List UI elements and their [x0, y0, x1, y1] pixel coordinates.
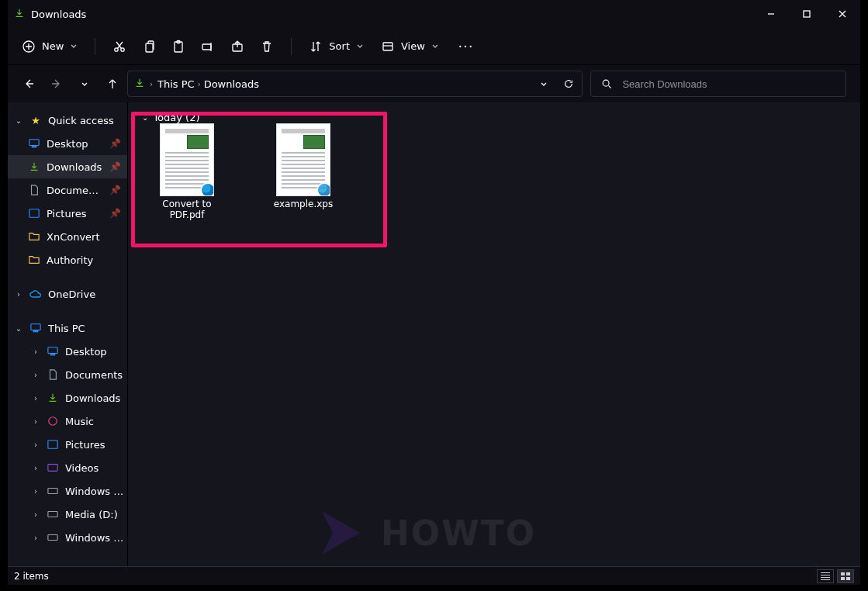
chevron-down-icon[interactable]: ⌄ — [14, 116, 23, 125]
minimize-button[interactable] — [753, 0, 789, 28]
file-name: Convert to PDF.pdf — [145, 199, 229, 220]
tree-section-quick-access[interactable]: ⌄ ★ Quick access — [8, 109, 127, 132]
history-dropdown-button[interactable] — [537, 77, 551, 91]
tree-item-pc-drive-c[interactable]: › Windows 11 (C — [8, 479, 127, 503]
tree-item-authority[interactable]: Authority — [8, 248, 127, 271]
tree-item-pc-music[interactable]: › Music — [8, 410, 127, 433]
chevron-right-icon[interactable]: › — [31, 534, 40, 542]
svg-point-11 — [465, 45, 466, 47]
breadcrumb: This PC › Downloads — [157, 78, 532, 90]
chevron-right-icon[interactable]: › — [31, 441, 40, 449]
svg-rect-18 — [33, 331, 37, 332]
breadcrumb-item[interactable]: Downloads — [204, 78, 259, 90]
svg-rect-16 — [29, 209, 39, 218]
tree-section-this-pc[interactable]: ⌄ This PC — [8, 316, 127, 340]
tree-item-pictures[interactable]: Pictures 📌 — [8, 202, 127, 225]
more-icon[interactable] — [456, 40, 475, 54]
drive-icon — [47, 485, 59, 497]
svg-rect-7 — [202, 44, 211, 50]
file-item[interactable]: Convert to PDF.pdf — [145, 124, 229, 220]
tree-item-pc-documents[interactable]: › Documents — [8, 363, 127, 386]
tree-item-pc-drive-d[interactable]: › Media (D:) — [8, 503, 127, 526]
view-button[interactable]: View — [381, 40, 439, 54]
pin-icon: 📌 — [109, 185, 121, 195]
desktop-icon — [47, 345, 59, 358]
svg-point-10 — [459, 45, 461, 47]
file-thumbnail — [277, 124, 330, 195]
music-icon — [47, 415, 59, 427]
chevron-right-icon[interactable]: › — [31, 417, 40, 426]
chevron-right-icon[interactable]: › — [31, 510, 40, 519]
svg-rect-25 — [48, 512, 57, 517]
tree-item-documents[interactable]: Documents 📌 — [8, 178, 127, 202]
delete-icon[interactable] — [260, 40, 274, 54]
content-pane[interactable]: ⌄ Today (2) Convert to PDF.pdf — [128, 102, 860, 566]
downloads-icon — [47, 392, 59, 404]
chevron-right-icon[interactable]: › — [31, 394, 40, 403]
up-button[interactable] — [105, 77, 119, 91]
address-bar[interactable]: › This PC › Downloads — [127, 71, 583, 97]
tree-item-pc-pictures[interactable]: › Pictures — [8, 433, 127, 456]
tree-item-desktop[interactable]: Desktop 📌 — [8, 132, 127, 155]
details-view-button[interactable] — [817, 569, 834, 583]
forward-button[interactable] — [50, 77, 64, 91]
chevron-right-icon[interactable]: › — [31, 464, 40, 472]
navigation-tree[interactable]: ⌄ ★ Quick access Desktop 📌 Downloads 📌 — [8, 102, 128, 566]
recent-locations-button[interactable] — [78, 77, 92, 91]
back-button[interactable] — [22, 77, 36, 91]
view-icon — [381, 40, 395, 54]
file-item[interactable]: example.xps — [261, 124, 345, 220]
paste-icon[interactable] — [171, 40, 185, 54]
tree-item-pc-drive-e[interactable]: › Windows 10 (E — [8, 526, 127, 549]
drive-icon — [47, 508, 59, 520]
svg-rect-14 — [29, 140, 39, 146]
svg-rect-15 — [32, 147, 36, 147]
chevron-right-icon[interactable]: › — [31, 487, 40, 496]
downloads-icon — [134, 78, 145, 91]
tree-item-pc-downloads[interactable]: › Downloads — [8, 386, 127, 410]
chevron-right-icon[interactable]: › — [31, 371, 40, 379]
svg-rect-19 — [48, 347, 57, 354]
rename-icon[interactable] — [201, 40, 215, 54]
tree-item-pc-videos[interactable]: › Videos — [8, 456, 127, 479]
chevron-down-icon — [431, 40, 439, 52]
sort-button[interactable]: Sort — [309, 40, 364, 54]
refresh-button[interactable] — [562, 77, 576, 91]
chevron-right-icon[interactable]: › — [31, 347, 40, 356]
file-thumbnail — [161, 124, 213, 195]
svg-rect-0 — [804, 11, 810, 17]
edge-badge-icon — [200, 182, 213, 195]
tree-item-pc-desktop[interactable]: › Desktop — [8, 340, 127, 363]
maximize-button[interactable] — [789, 0, 825, 28]
status-bar: 2 items — [8, 566, 860, 585]
videos-icon — [47, 461, 59, 474]
svg-rect-20 — [50, 354, 54, 355]
watermark-label: HOWTO — [381, 513, 536, 553]
tree-item-xnconvert[interactable]: XnConvert — [8, 225, 127, 248]
svg-point-12 — [469, 45, 471, 47]
desktop-icon — [28, 137, 40, 150]
window-title: Downloads — [31, 9, 86, 20]
tree-item-downloads[interactable]: Downloads 📌 — [8, 155, 127, 178]
thumbnails-view-button[interactable] — [837, 569, 854, 583]
pin-icon: 📌 — [109, 208, 121, 219]
cut-icon[interactable] — [112, 40, 126, 54]
toolbar: New — [8, 28, 860, 65]
breadcrumb-item[interactable]: This PC › — [157, 78, 201, 90]
new-button[interactable]: New — [22, 40, 78, 54]
svg-rect-26 — [48, 535, 57, 541]
search-input[interactable] — [621, 78, 836, 91]
folder-icon — [28, 230, 40, 243]
tree-section-onedrive[interactable]: › OneDrive — [8, 282, 127, 306]
search-box[interactable] — [590, 71, 846, 97]
chevron-right-icon[interactable]: › — [14, 290, 23, 299]
share-icon[interactable] — [230, 40, 244, 54]
copy-icon[interactable] — [142, 40, 156, 54]
file-name: example.xps — [274, 199, 333, 209]
documents-icon — [28, 184, 40, 196]
close-button[interactable] — [825, 0, 860, 28]
svg-rect-4 — [146, 43, 153, 52]
chevron-down-icon[interactable]: ⌄ — [14, 324, 23, 333]
pin-icon: 📌 — [109, 161, 121, 172]
sort-icon — [309, 40, 323, 54]
